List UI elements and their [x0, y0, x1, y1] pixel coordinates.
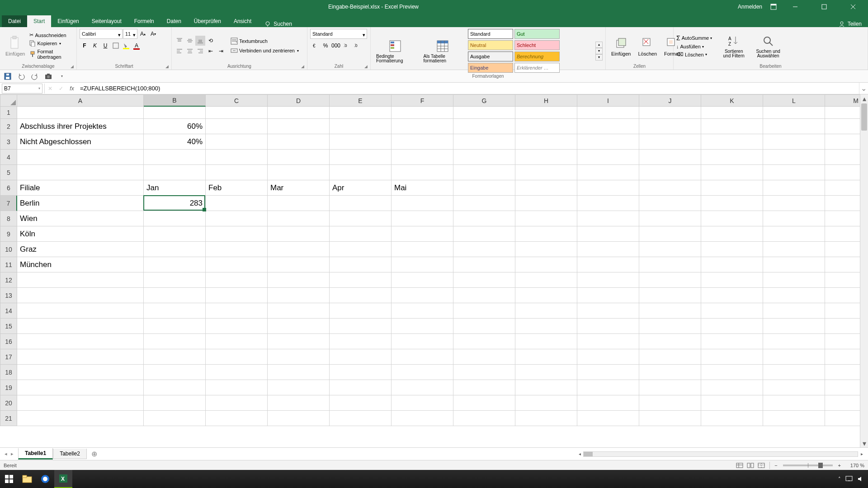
- cell-C14[interactable]: [206, 303, 268, 319]
- cell-E13[interactable]: [330, 288, 392, 303]
- cell-H5[interactable]: [515, 165, 577, 180]
- cell-B3[interactable]: 40%: [144, 134, 206, 150]
- cell-H17[interactable]: [515, 349, 577, 365]
- start-button[interactable]: [0, 470, 18, 488]
- column-header-D[interactable]: D: [268, 94, 330, 107]
- cell-H15[interactable]: [515, 319, 577, 334]
- cell-F16[interactable]: [392, 334, 453, 349]
- cell-K13[interactable]: [701, 288, 763, 303]
- cell-J15[interactable]: [639, 319, 701, 334]
- cell-K5[interactable]: [701, 165, 763, 180]
- cell-K18[interactable]: [701, 365, 763, 380]
- scroll-left-button[interactable]: ◂: [576, 451, 583, 456]
- cell-E3[interactable]: [330, 134, 392, 150]
- row-header-7[interactable]: 7: [0, 196, 17, 211]
- cell-J19[interactable]: [639, 380, 701, 395]
- column-header-I[interactable]: I: [577, 94, 639, 107]
- sheet-tab-2[interactable]: Tabelle2: [53, 449, 87, 459]
- format-as-table-button[interactable]: Als Tabelle formatieren: [421, 38, 466, 64]
- cell-K15[interactable]: [701, 319, 763, 334]
- cell-H8[interactable]: [515, 211, 577, 226]
- fill-color-button[interactable]: [121, 41, 131, 51]
- cell-L10[interactable]: [763, 242, 825, 257]
- save-button[interactable]: [3, 71, 13, 81]
- tray-network-icon[interactable]: [845, 476, 853, 482]
- cell-A1[interactable]: [17, 107, 144, 119]
- underline-button[interactable]: U: [100, 41, 110, 51]
- cell-J3[interactable]: [639, 134, 701, 150]
- cell-K10[interactable]: [701, 242, 763, 257]
- increase-font-button[interactable]: A▴: [138, 29, 148, 39]
- cell-G21[interactable]: [453, 411, 515, 426]
- cell-M14[interactable]: [825, 303, 860, 319]
- bold-button[interactable]: F: [80, 41, 90, 51]
- cell-A7[interactable]: Berlin: [17, 196, 144, 211]
- cell-D2[interactable]: [268, 119, 330, 134]
- cell-J16[interactable]: [639, 334, 701, 349]
- cell-M17[interactable]: [825, 349, 860, 365]
- cell-K7[interactable]: [701, 196, 763, 211]
- cell-A20[interactable]: [17, 395, 144, 411]
- cell-A17[interactable]: [17, 349, 144, 365]
- cell-D14[interactable]: [268, 303, 330, 319]
- insert-function-button[interactable]: fx: [66, 84, 77, 94]
- cell-I15[interactable]: [577, 319, 639, 334]
- comma-button[interactable]: 000: [331, 41, 341, 51]
- tab-review[interactable]: Überprüfen: [188, 15, 227, 27]
- cell-E6[interactable]: Apr: [330, 180, 392, 196]
- cell-G10[interactable]: [453, 242, 515, 257]
- cell-D19[interactable]: [268, 380, 330, 395]
- cell-K4[interactable]: [701, 150, 763, 165]
- cell-I9[interactable]: [577, 226, 639, 242]
- cell-K14[interactable]: [701, 303, 763, 319]
- column-header-A[interactable]: A: [17, 94, 144, 107]
- cell-E2[interactable]: [330, 119, 392, 134]
- cell-M9[interactable]: [825, 226, 860, 242]
- row-header-18[interactable]: 18: [0, 365, 17, 380]
- cell-A4[interactable]: [17, 150, 144, 165]
- paste-button[interactable]: Einfügen: [3, 35, 28, 57]
- cell-C12[interactable]: [206, 272, 268, 288]
- cell-I5[interactable]: [577, 165, 639, 180]
- cell-J18[interactable]: [639, 365, 701, 380]
- cell-H10[interactable]: [515, 242, 577, 257]
- cell-M6[interactable]: [825, 180, 860, 196]
- vertical-scrollbar[interactable]: ▴ ▾: [860, 94, 868, 447]
- styles-scroll-up[interactable]: ▴: [595, 42, 603, 48]
- scroll-right-button[interactable]: ▸: [858, 451, 865, 456]
- cell-C10[interactable]: [206, 242, 268, 257]
- cell-F13[interactable]: [392, 288, 453, 303]
- cell-F6[interactable]: Mai: [392, 180, 453, 196]
- cell-I21[interactable]: [577, 411, 639, 426]
- align-right-button[interactable]: [195, 46, 205, 56]
- cell-G5[interactable]: [453, 165, 515, 180]
- cell-C21[interactable]: [206, 411, 268, 426]
- cell-D10[interactable]: [268, 242, 330, 257]
- cell-L3[interactable]: [763, 134, 825, 150]
- number-launcher[interactable]: ◢: [364, 64, 368, 69]
- cell-E14[interactable]: [330, 303, 392, 319]
- column-header-F[interactable]: F: [392, 94, 453, 107]
- currency-button[interactable]: €: [310, 41, 320, 51]
- cell-G13[interactable]: [453, 288, 515, 303]
- cell-G15[interactable]: [453, 319, 515, 334]
- cell-D15[interactable]: [268, 319, 330, 334]
- cell-F8[interactable]: [392, 211, 453, 226]
- cell-I14[interactable]: [577, 303, 639, 319]
- cell-M20[interactable]: [825, 395, 860, 411]
- cell-E16[interactable]: [330, 334, 392, 349]
- cell-H2[interactable]: [515, 119, 577, 134]
- cell-F11[interactable]: [392, 257, 453, 272]
- cell-G7[interactable]: [453, 196, 515, 211]
- cell-G3[interactable]: [453, 134, 515, 150]
- cell-I12[interactable]: [577, 272, 639, 288]
- sheet-tab-1[interactable]: Tabelle1: [18, 448, 53, 460]
- cell-A14[interactable]: [17, 303, 144, 319]
- sort-filter-button[interactable]: AZSortieren und Filtern: [717, 33, 750, 59]
- row-header-11[interactable]: 11: [0, 257, 17, 272]
- cell-M8[interactable]: [825, 211, 860, 226]
- cell-I18[interactable]: [577, 365, 639, 380]
- cell-F19[interactable]: [392, 380, 453, 395]
- cell-B19[interactable]: [144, 380, 206, 395]
- cell-J13[interactable]: [639, 288, 701, 303]
